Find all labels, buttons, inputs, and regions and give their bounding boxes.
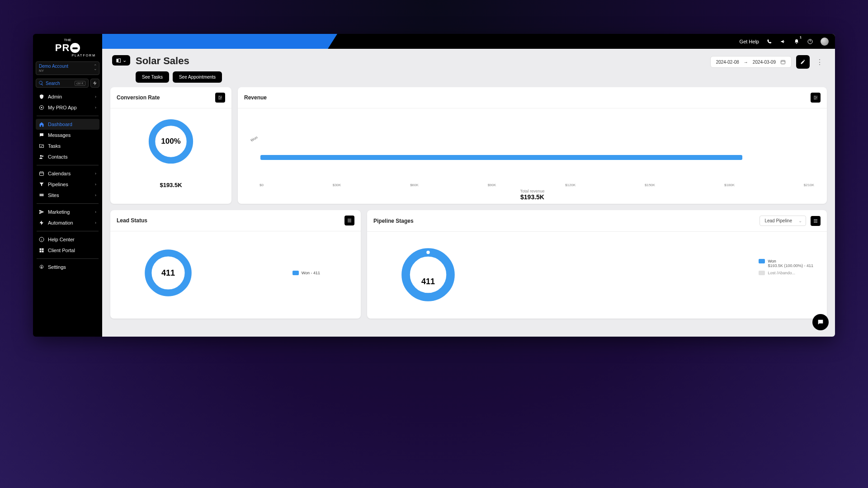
chevron-right-icon: › [95,182,96,187]
sidebar-item-contacts[interactable]: Contacts [36,151,99,162]
help-icon[interactable] [807,38,813,45]
sidebar-item-automation[interactable]: Automation › [36,217,99,228]
pipeline-donut-chart: 411 [399,245,458,304]
card-title: Revenue [244,94,267,101]
card-revenue: Revenue Won $0 $30K [238,87,827,204]
legend-detail: $193.5K (100.00%) - 411 [768,263,813,268]
sites-icon [39,192,44,198]
sidebar-item-pipelines[interactable]: Pipelines › [36,179,99,190]
donut-center-value: 411 [399,245,458,304]
search-input[interactable] [46,81,73,86]
svg-point-2 [40,155,42,157]
sidebar-item-label: Admin [48,94,62,99]
donut-center-value: 411 [142,247,194,299]
card-title: Pipeline Stages [373,218,414,224]
lead-legend: Won - 411 [292,271,347,275]
revenue-total-value: $193.5K [250,193,814,201]
phone-icon[interactable] [766,38,773,45]
account-selector[interactable]: Demo Account NY ⌃⌄ [36,61,99,75]
sidebar-item-label: Dashboard [48,122,72,127]
see-appointments-button[interactable]: See Appointments [173,71,222,83]
nav-marketing: Marketing › Automation › [33,206,102,228]
legend-label: Won - 411 [302,271,320,275]
sliders-icon [347,218,352,223]
sidebar-item-settings[interactable]: Settings [36,262,99,272]
date-from: 2024-02-08 [716,60,739,65]
brand-logo: THE PR PLATFORM [33,34,102,60]
svg-rect-9 [42,249,44,250]
sidebar-item-label: Help Center [48,237,75,242]
bell-icon[interactable]: 1 [793,38,800,45]
account-name: Demo Account [39,64,96,69]
sidebar-item-helpcenter[interactable]: Help Center [36,234,99,245]
card-lead-status: Lead Status 411 Won - 411 [110,210,361,319]
nav-mid: Calendars › Pipelines › Sites › [33,168,102,201]
sidebar-item-label: Marketing [48,209,70,215]
chat-icon [39,132,44,138]
see-tasks-button[interactable]: See Tasks [136,71,169,83]
chevron-right-icon: › [95,94,96,99]
date-to: 2024-03-09 [753,60,776,65]
sidebar-item-label: Calendars [48,171,71,176]
card-pipeline-stages: Pipeline Stages Lead Pipeline ⌄ 4 [367,210,827,319]
calendar-icon [39,171,44,176]
megaphone-icon[interactable] [780,38,786,45]
layout-toggle-button[interactable]: ⌄ [112,55,130,66]
card-conversion-rate: Conversion Rate 100% $193.5K [110,87,231,204]
svg-point-12 [41,267,42,268]
sidebar-item-sites[interactable]: Sites › [36,190,99,201]
search-kbd: ctrl K [75,81,85,86]
sidebar-item-tasks[interactable]: Tasks [36,141,99,151]
revenue-total-label: Total revenue [250,189,814,193]
more-menu-button[interactable]: ⋮ [814,58,825,66]
svg-rect-16 [781,61,785,64]
svg-rect-8 [40,249,42,250]
card-options-button[interactable] [811,93,821,103]
pencil-icon [800,59,806,65]
sidebar-item-label: Automation [48,220,73,225]
sidebar-item-myproapp[interactable]: My PRO App › [36,102,99,113]
sidebar-item-label: Tasks [48,143,61,149]
divider [37,203,99,204]
gear-icon [39,264,44,270]
legend-name: Lost /Abando... [768,271,795,275]
check-icon [39,143,44,149]
brand-the: THE [33,38,102,42]
card-options-button[interactable] [215,93,225,103]
divider [37,116,99,116]
sidebar-item-dashboard[interactable]: Dashboard [36,119,99,130]
conversion-donut-chart: 100% [146,117,196,166]
get-help-link[interactable]: Get Help [740,39,759,44]
sidebar-item-label: Contacts [48,154,67,160]
sidebar-item-marketing[interactable]: Marketing › [36,206,99,217]
card-options-button[interactable] [811,216,821,226]
sidebar-item-messages[interactable]: Messages [36,130,99,141]
card-title: Conversion Rate [117,94,160,101]
sidebar: THE PR PLATFORM Demo Account NY ⌃⌄ ctrl … [33,34,102,337]
edit-button[interactable] [796,55,810,69]
sidebar-item-label: Settings [48,264,66,270]
sidebar-item-calendars[interactable]: Calendars › [36,168,99,179]
sidebar-item-label: Messages [48,132,71,138]
donut-center-value: 100% [146,117,196,166]
chat-fab-button[interactable] [812,314,829,330]
card-title: Lead Status [117,217,147,224]
y-axis-label: Won [250,136,259,143]
user-avatar[interactable] [821,38,829,46]
svg-rect-14 [117,59,118,62]
sidebar-item-clientportal[interactable]: Client Portal [36,245,99,256]
revenue-bar-chart: Won [250,117,814,160]
nav-main: Dashboard Messages Tasks Contacts [33,119,102,162]
svg-rect-10 [40,251,42,253]
date-range-picker[interactable]: 2024-02-08 → 2024-03-09 [710,56,792,68]
info-icon [39,237,44,242]
sidebar-item-admin[interactable]: Admin › [36,91,99,102]
card-options-button[interactable] [344,216,354,225]
chevron-right-icon: › [95,221,96,225]
quick-action-button[interactable] [90,79,99,88]
divider [37,258,99,259]
search-input-wrap[interactable]: ctrl K [36,79,89,88]
pipeline-select[interactable]: Lead Pipeline ⌄ [760,216,806,226]
revenue-bar-won [260,155,742,160]
x-axis-ticks: $0 $30K $60K $90K $120K $150K $180K $210… [250,183,814,187]
